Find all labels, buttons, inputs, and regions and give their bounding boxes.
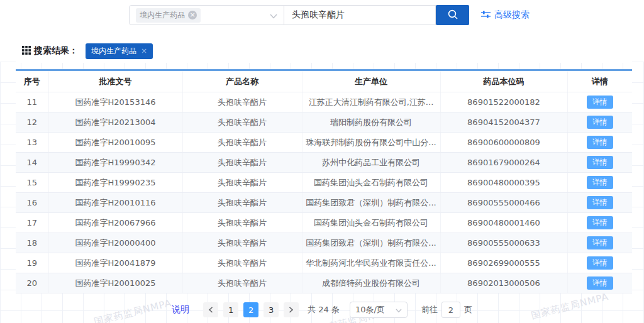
detail-button[interactable]: 详情: [587, 176, 613, 189]
cell-manufacturer: 瑞阳制药股份有限公司: [302, 112, 440, 133]
table-row: 16 国药准字H20010116 头孢呋辛酯片 国药集团致君（深圳）制药有限公.…: [16, 193, 632, 213]
total-count: 共 24 条: [308, 304, 340, 315]
goto-suffix: 页: [464, 304, 472, 315]
cell-detail: 详情: [567, 213, 632, 233]
cell-product: 头孢呋辛酯片: [182, 112, 302, 133]
cell-code: 86900555000466: [440, 193, 567, 213]
note-link[interactable]: 说明: [172, 304, 189, 315]
page-button-3[interactable]: 3: [264, 302, 279, 317]
cell-manufacturer: 国药集团致君（深圳）制药有限公...: [302, 193, 440, 213]
cell-no: 19: [16, 253, 48, 273]
cell-code: 86900480001460: [440, 213, 567, 233]
page-size-value: 10条/页: [355, 304, 385, 315]
cell-no: 11: [16, 92, 48, 112]
detail-button[interactable]: 详情: [587, 136, 613, 149]
cell-approval: 国药准字H20213004: [48, 112, 182, 133]
cell-product: 头孢呋辛酯片: [182, 153, 302, 173]
filter-tag-close-icon[interactable]: ×: [141, 47, 147, 55]
table-body: 11 国药准字H20153146 头孢呋辛酯片 江苏正大清江制药有限公司,江苏.…: [16, 92, 632, 293]
category-select[interactable]: 境内生产药品 ×: [129, 5, 284, 25]
chevron-down-icon: [396, 305, 402, 315]
cell-no: 16: [16, 193, 48, 213]
detail-button[interactable]: 详情: [587, 96, 613, 109]
prev-page-button[interactable]: [203, 302, 218, 317]
page-button-2-active[interactable]: 2: [243, 302, 258, 317]
cell-manufacturer: 国药集团致君（深圳）制药有限公...: [302, 233, 440, 253]
cell-no: 15: [16, 173, 48, 193]
detail-button[interactable]: 详情: [587, 156, 613, 169]
cell-detail: 详情: [567, 133, 632, 153]
col-header-approval: 批准文号: [48, 70, 182, 92]
filter-tag[interactable]: 境内生产药品 ×: [86, 43, 153, 59]
drug-search-page: 国家药监局NMPA 国家药监局NMPA 国家药监局NMPA 境内生产药品 × 高…: [0, 0, 644, 323]
cell-detail: 详情: [567, 173, 632, 193]
cell-approval: 国药准字H20010095: [48, 133, 182, 153]
category-tag-label: 境内生产药品: [140, 10, 185, 21]
table-row: 19 国药准字H20041879 头孢呋辛酯片 华北制药河北华民药业有限责任公.…: [16, 253, 632, 273]
cell-code: 86904152004377: [440, 112, 567, 133]
cell-no: 18: [16, 233, 48, 253]
col-header-detail: 详情: [567, 70, 632, 92]
detail-button[interactable]: 详情: [587, 216, 613, 229]
search-icon: [447, 9, 458, 22]
cell-detail: 详情: [567, 273, 632, 293]
cell-no: 17: [16, 213, 48, 233]
tag-close-icon[interactable]: ×: [188, 11, 197, 19]
detail-button[interactable]: 详情: [587, 256, 613, 270]
chevron-down-icon: [270, 9, 277, 21]
results-bar: 搜索结果： 境内生产药品 ×: [16, 39, 632, 63]
page-size-select[interactable]: 10条/页: [350, 302, 408, 318]
grid-icon: [22, 46, 31, 57]
cell-product: 头孢呋辛酯片: [182, 253, 302, 273]
goto-page-input[interactable]: [441, 302, 460, 318]
next-page-button[interactable]: [284, 302, 299, 317]
cell-manufacturer: 华北制药河北华民药业有限责任公...: [302, 253, 440, 273]
search-button[interactable]: [436, 5, 469, 25]
cell-code: 86901679000264: [440, 153, 567, 173]
pagination: 说明 1 2 3 共 24 条 10条/页 前往 页: [0, 302, 644, 318]
table-row: 11 国药准字H20153146 头孢呋辛酯片 江苏正大清江制药有限公司,江苏.…: [16, 92, 632, 112]
cell-code: 86900600000809: [440, 133, 567, 153]
cell-product: 头孢呋辛酯片: [182, 213, 302, 233]
search-bar: 境内生产药品 × 高级搜索: [0, 0, 644, 38]
cell-no: 12: [16, 112, 48, 133]
advanced-search-label: 高级搜索: [494, 9, 530, 21]
cell-approval: 国药准字H20153146: [48, 92, 182, 112]
cell-product: 头孢呋辛酯片: [182, 133, 302, 153]
detail-button[interactable]: 详情: [587, 236, 613, 249]
goto-page: 前往 页: [421, 302, 472, 318]
cell-product: 头孢呋辛酯片: [182, 173, 302, 193]
filter-tag-label: 境内生产药品: [91, 46, 136, 57]
table-row: 18 国药准字H20000400 头孢呋辛酯片 国药集团致君（深圳）制药有限公.…: [16, 233, 632, 253]
cell-manufacturer: 珠海联邦制药股份有限公司中山分...: [302, 133, 440, 153]
advanced-search-link[interactable]: 高级搜索: [481, 9, 530, 21]
cell-detail: 详情: [567, 253, 632, 273]
table-row: 12 国药准字H20213004 头孢呋辛酯片 瑞阳制药股份有限公司 86904…: [16, 112, 632, 133]
cell-approval: 国药准字H20041879: [48, 253, 182, 273]
cell-approval: 国药准字H20067966: [48, 213, 182, 233]
cell-code: 86902013000506: [440, 273, 567, 293]
cell-approval: 国药准字H19990235: [48, 173, 182, 193]
cell-product: 头孢呋辛酯片: [182, 273, 302, 293]
cell-product: 头孢呋辛酯片: [182, 92, 302, 112]
cell-no: 13: [16, 133, 48, 153]
page-button-1[interactable]: 1: [223, 302, 238, 317]
cell-detail: 详情: [567, 233, 632, 253]
detail-button[interactable]: 详情: [587, 276, 613, 290]
results-table: 序号 批准文号 产品名称 生产单位 药品本位码 详情 11 国药准字H20153…: [16, 69, 632, 293]
cell-manufacturer: 江苏正大清江制药有限公司,江苏...: [302, 92, 440, 112]
cell-detail: 详情: [567, 92, 632, 112]
col-header-manufacturer: 生产单位: [302, 70, 440, 92]
table-header-row: 序号 批准文号 产品名称 生产单位 药品本位码 详情: [16, 70, 632, 92]
cell-product: 头孢呋辛酯片: [182, 193, 302, 213]
cell-approval: 国药准字H20010025: [48, 273, 182, 293]
table-row: 14 国药准字H19990342 头孢呋辛酯片 苏州中化药品工业有限公司 869…: [16, 153, 632, 173]
cell-detail: 详情: [567, 153, 632, 173]
detail-button[interactable]: 详情: [587, 196, 613, 209]
cell-detail: 详情: [567, 193, 632, 213]
table-row: 20 国药准字H20010025 头孢呋辛酯片 成都倍特药业股份有限公司 869…: [16, 273, 632, 293]
search-input[interactable]: [284, 5, 436, 25]
detail-button[interactable]: 详情: [587, 116, 613, 129]
cell-code: 86900480000395: [440, 173, 567, 193]
category-tag[interactable]: 境内生产药品 ×: [136, 8, 201, 23]
